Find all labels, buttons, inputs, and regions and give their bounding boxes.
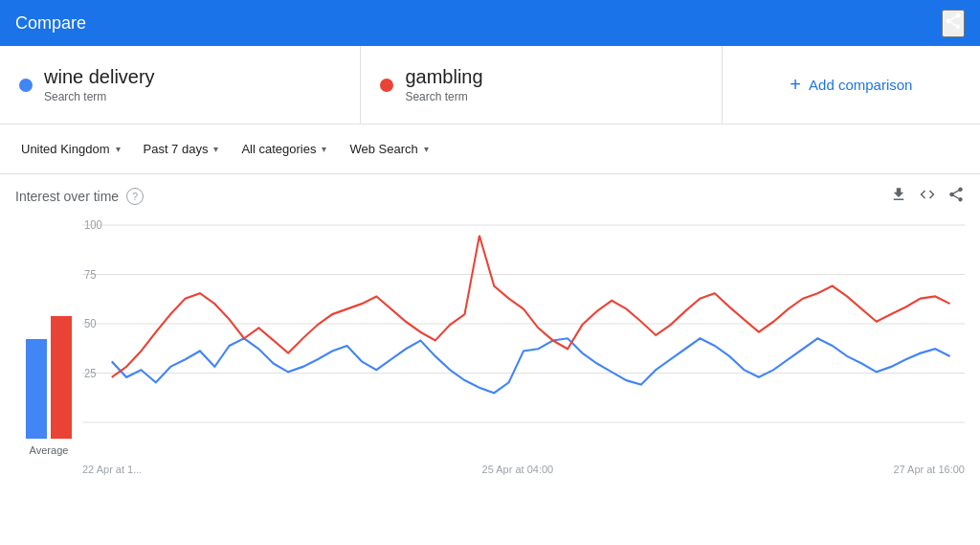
gambling-name: gambling [405,66,482,88]
chart-container: Average 100 75 50 25 [15,215,965,483]
plus-icon: + [790,74,801,96]
average-bar-red [51,316,72,439]
filter-categories-label: All categories [241,142,316,156]
chart-section: Interest over time ? Average [0,174,980,483]
search-term-wine-delivery[interactable]: wine delivery Search term [0,46,361,124]
help-icon[interactable]: ? [126,188,144,205]
add-comparison-button[interactable]: + Add comparison [723,46,980,124]
x-label-3: 27 Apr at 16:00 [893,464,965,475]
main-chart: 100 75 50 25 22 Apr at 1... 25 Apr at 04… [82,215,965,483]
x-label-1: 22 Apr at 1... [82,464,142,475]
chart-title-area: Interest over time ? [15,188,144,205]
average-label: Average [30,444,69,456]
svg-text:75: 75 [84,267,97,280]
filter-region[interactable]: United Kingdom ▾ [11,136,130,162]
filter-search-type[interactable]: Web Search ▾ [340,136,437,162]
gambling-type: Search term [405,90,482,103]
add-comparison-label: Add comparison [809,77,912,93]
x-axis-labels: 22 Apr at 1... 25 Apr at 04:00 27 Apr at… [82,460,965,475]
gambling-dot [380,79,393,92]
blue-line [112,338,950,393]
wine-delivery-type: Search term [44,90,155,103]
chevron-down-icon: ▾ [116,144,121,154]
chart-header: Interest over time ? [15,186,965,207]
search-terms-bar: wine delivery Search term gambling Searc… [0,46,980,125]
chart-actions [890,186,965,207]
header-share-button[interactable] [942,10,965,37]
chevron-down-icon: ▾ [322,144,326,154]
svg-text:50: 50 [84,317,97,329]
page-title: Compare [15,13,86,34]
help-icon-symbol: ? [132,191,138,202]
red-line [112,236,950,377]
wine-delivery-name: wine delivery [44,66,155,88]
svg-text:100: 100 [84,218,102,231]
chart-svg: 100 75 50 25 [82,215,965,456]
chart-average: Average [15,215,82,483]
x-label-2: 25 Apr at 04:00 [482,464,554,475]
header: Compare [0,0,980,46]
wine-delivery-text: wine delivery Search term [44,66,155,103]
filters-bar: United Kingdom ▾ Past 7 days ▾ All categ… [0,125,980,174]
filter-categories[interactable]: All categories ▾ [232,136,336,162]
chevron-down-icon: ▾ [213,144,218,154]
gambling-text: gambling Search term [405,66,482,103]
svg-text:25: 25 [84,366,97,378]
average-bar-blue [26,339,47,439]
average-bars [26,285,72,439]
embed-button[interactable] [919,186,936,207]
filter-region-label: United Kingdom [21,142,110,156]
wine-delivery-dot [19,79,33,92]
share-chart-button[interactable] [947,186,965,207]
search-term-gambling[interactable]: gambling Search term [361,46,722,124]
chevron-down-icon: ▾ [424,144,429,154]
chart-title: Interest over time [15,189,119,204]
filter-period[interactable]: Past 7 days ▾ [134,136,229,162]
filter-period-label: Past 7 days [144,142,209,156]
filter-search-type-label: Web Search [349,142,417,156]
download-button[interactable] [890,186,907,207]
